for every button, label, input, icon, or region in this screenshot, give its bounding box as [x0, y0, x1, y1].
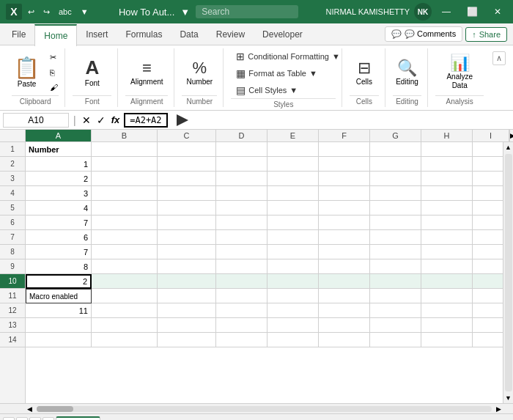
cell-c5[interactable]: [158, 201, 216, 215]
cell-b12[interactable]: [92, 303, 158, 318]
cell-e8[interactable]: [267, 245, 319, 259]
cell-i13[interactable]: [473, 318, 503, 333]
cell-e14[interactable]: [267, 333, 319, 347]
cell-b8[interactable]: [92, 245, 158, 259]
cell-g1[interactable]: [370, 142, 421, 157]
tab-data[interactable]: Data: [171, 23, 207, 45]
row-num-3[interactable]: 3: [0, 172, 25, 186]
analyze-data-button[interactable]: 📊 Analyze Data: [435, 49, 484, 95]
comments-button[interactable]: 💬 💬 Comments: [385, 26, 462, 42]
h-scroll-right[interactable]: ▶: [495, 405, 503, 413]
cell-h2[interactable]: [421, 157, 473, 172]
cell-e12[interactable]: [267, 303, 319, 318]
cell-h4[interactable]: [421, 186, 473, 201]
tab-home[interactable]: Home: [34, 24, 77, 46]
cell-c2[interactable]: [158, 157, 216, 172]
cell-a3[interactable]: 2: [26, 172, 92, 186]
row-num-10[interactable]: 10: [0, 274, 25, 289]
col-header-d[interactable]: D: [216, 130, 267, 141]
vertical-scrollbar[interactable]: ▲ ▼: [503, 142, 513, 403]
cell-d6[interactable]: [216, 215, 267, 230]
col-header-b[interactable]: B: [92, 130, 158, 141]
alignment-button[interactable]: ≡ Alignment: [125, 49, 168, 95]
cell-g3[interactable]: [370, 172, 421, 186]
cell-g11[interactable]: [370, 289, 421, 303]
cell-d13[interactable]: [216, 318, 267, 333]
cell-e5[interactable]: [267, 201, 319, 215]
cell-c14[interactable]: [158, 333, 216, 347]
cell-f1[interactable]: [319, 142, 370, 157]
user-avatar[interactable]: NK: [414, 3, 432, 21]
h-scroll-left[interactable]: ◀: [26, 405, 34, 413]
cell-i8[interactable]: [473, 245, 503, 259]
cell-g5[interactable]: [370, 201, 421, 215]
paste-button[interactable]: 📋 Paste: [9, 52, 45, 92]
cell-d5[interactable]: [216, 201, 267, 215]
cell-f2[interactable]: [319, 157, 370, 172]
cell-f11[interactable]: [319, 289, 370, 303]
sheet-nav-first[interactable]: ◀◀: [3, 417, 15, 421]
h-scroll-track[interactable]: [37, 406, 492, 412]
cell-b9[interactable]: [92, 259, 158, 274]
cell-g12[interactable]: [370, 303, 421, 318]
cell-d1[interactable]: [216, 142, 267, 157]
cell-a13[interactable]: [26, 318, 92, 333]
row-num-12[interactable]: 12: [0, 303, 25, 318]
cell-a8[interactable]: 7: [26, 245, 92, 259]
cell-e9[interactable]: [267, 259, 319, 274]
cell-f3[interactable]: [319, 172, 370, 186]
tab-file[interactable]: File: [3, 23, 34, 45]
cell-d3[interactable]: [216, 172, 267, 186]
cell-a5[interactable]: 4: [26, 201, 92, 215]
cell-d2[interactable]: [216, 157, 267, 172]
sheet-tab-sheet1[interactable]: Sheet1: [56, 416, 100, 421]
cell-c13[interactable]: [158, 318, 216, 333]
cell-g8[interactable]: [370, 245, 421, 259]
scroll-up-button[interactable]: ▲: [503, 142, 513, 152]
cell-e4[interactable]: [267, 186, 319, 201]
minimize-button[interactable]: —: [436, 4, 457, 20]
tab-formulas[interactable]: Formulas: [117, 23, 171, 45]
cell-c6[interactable]: [158, 215, 216, 230]
cell-a12[interactable]: 11: [26, 303, 92, 318]
tab-insert[interactable]: Insert: [77, 23, 117, 45]
col-header-c[interactable]: C: [158, 130, 216, 141]
confirm-icon[interactable]: ✓: [95, 114, 107, 126]
cell-c1[interactable]: [158, 142, 216, 157]
cell-i5[interactable]: [473, 201, 503, 215]
cell-i2[interactable]: [473, 157, 503, 172]
cell-b13[interactable]: [92, 318, 158, 333]
cell-i12[interactable]: [473, 303, 503, 318]
row-num-8[interactable]: 8: [0, 245, 25, 259]
collapse-ribbon-button[interactable]: ∧: [492, 51, 506, 65]
cell-f6[interactable]: [319, 215, 370, 230]
cell-c10[interactable]: [158, 274, 216, 289]
row-num-2[interactable]: 2: [0, 157, 25, 172]
cell-d8[interactable]: [216, 245, 267, 259]
format-as-table-button[interactable]: ▦ Format as Table ▼: [231, 65, 336, 81]
cell-e3[interactable]: [267, 172, 319, 186]
cell-e6[interactable]: [267, 215, 319, 230]
cell-c12[interactable]: [158, 303, 216, 318]
cell-i10[interactable]: [473, 274, 503, 289]
cell-g13[interactable]: [370, 318, 421, 333]
cell-g14[interactable]: [370, 333, 421, 347]
cell-e2[interactable]: [267, 157, 319, 172]
cell-f7[interactable]: [319, 230, 370, 245]
row-num-9[interactable]: 9: [0, 259, 25, 274]
cell-i9[interactable]: [473, 259, 503, 274]
tab-developer[interactable]: Developer: [254, 23, 311, 45]
editing-button[interactable]: 🔍 Editing: [391, 49, 424, 95]
cell-d10[interactable]: [216, 274, 267, 289]
title-dropdown-icon[interactable]: ▼: [180, 7, 190, 18]
cell-e10[interactable]: [267, 274, 319, 289]
col-header-a[interactable]: A: [26, 130, 92, 141]
qat-dropdown[interactable]: ▼: [78, 6, 92, 18]
cell-e1[interactable]: [267, 142, 319, 157]
cell-d9[interactable]: [216, 259, 267, 274]
row-num-14[interactable]: 14: [0, 333, 25, 347]
cell-g7[interactable]: [370, 230, 421, 245]
cell-styles-button[interactable]: ▤ Cell Styles ▼: [231, 82, 336, 98]
h-scroll-track-area[interactable]: ◀ ▶: [26, 404, 503, 413]
scroll-down-button[interactable]: ▼: [503, 393, 513, 403]
